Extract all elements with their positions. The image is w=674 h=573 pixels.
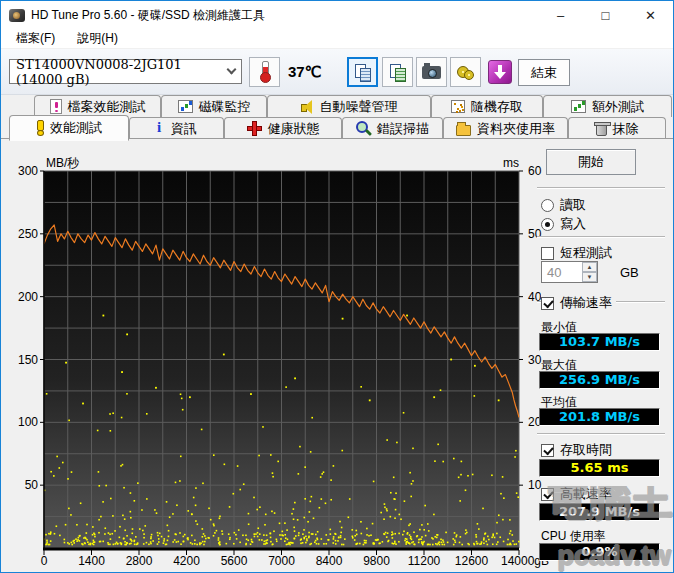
copy-image-button[interactable] bbox=[382, 57, 413, 87]
svg-text:250: 250 bbox=[18, 227, 38, 241]
tab-folder-usage[interactable]: 資料夾使用率 bbox=[443, 117, 568, 139]
svg-text:300: 300 bbox=[18, 164, 38, 178]
svg-text:5600: 5600 bbox=[221, 554, 248, 568]
chevron-down-icon[interactable] bbox=[221, 60, 241, 83]
file-benchmark-icon bbox=[50, 99, 62, 114]
tab-info[interactable]: 資訊 bbox=[129, 117, 224, 139]
capacity-value: 40 bbox=[542, 262, 582, 282]
exit-button[interactable]: 結束 bbox=[518, 59, 570, 86]
copy-text-button[interactable] bbox=[347, 57, 378, 87]
burst-rate-checkbox[interactable]: 高載速率 bbox=[541, 485, 612, 503]
error-scan-icon bbox=[356, 121, 371, 136]
access-time-checkbox[interactable]: 存取時間 bbox=[541, 441, 612, 459]
health-icon bbox=[247, 121, 262, 136]
capacity-field: 40 ▲ ▼ GB bbox=[541, 261, 639, 283]
aam-icon bbox=[301, 100, 314, 113]
short-stroke-checkbox-box[interactable] bbox=[541, 247, 554, 260]
start-button-label: 開始 bbox=[578, 153, 604, 171]
tab-file-benchmark[interactable]: 檔案效能測試 bbox=[34, 95, 161, 117]
drive-select-value: ST14000VN0008-2JG101 (14000 gB) bbox=[10, 57, 221, 87]
tab-label: 資料夾使用率 bbox=[477, 120, 555, 138]
copy-image-icon bbox=[390, 64, 406, 81]
tab-label: 磁碟監控 bbox=[199, 98, 251, 116]
tab-label: 隨機存取 bbox=[471, 98, 523, 116]
short-stroke-label: 短程測試 bbox=[560, 244, 612, 262]
svg-text:9800: 9800 bbox=[363, 554, 390, 568]
burst-rate-label: 高載速率 bbox=[560, 485, 612, 503]
menu-bar: 檔案(F) 說明(H) bbox=[1, 29, 673, 49]
exit-button-label: 結束 bbox=[531, 64, 557, 82]
transfer-rate-checkbox[interactable]: 傳輸速率 bbox=[541, 294, 616, 312]
gears-icon bbox=[457, 64, 475, 80]
menu-help[interactable]: 說明(H) bbox=[70, 30, 125, 47]
info-icon bbox=[156, 121, 165, 137]
options-button[interactable] bbox=[450, 57, 481, 87]
close-button[interactable]: ✕ bbox=[628, 1, 673, 29]
tab-health[interactable]: 健康狀態 bbox=[224, 117, 342, 139]
svg-text:11200: 11200 bbox=[408, 554, 441, 568]
svg-text:ms: ms bbox=[503, 156, 519, 170]
tab-label: 自動噪聲管理 bbox=[320, 98, 398, 116]
avg-value-display: 201.8 MB/s bbox=[539, 408, 660, 426]
svg-text:50: 50 bbox=[25, 478, 39, 492]
capacity-input[interactable]: 40 ▲ ▼ bbox=[541, 261, 598, 283]
minimize-button[interactable]: – bbox=[538, 1, 583, 29]
maximize-button[interactable]: □ bbox=[583, 1, 628, 29]
transfer-rate-label: 傳輸速率 bbox=[560, 294, 612, 312]
disk-monitor-icon bbox=[178, 100, 193, 113]
read-radio-circle[interactable] bbox=[541, 199, 554, 212]
title-bar[interactable]: HD Tune Pro 5.60 - 硬碟/SSD 檢測維護工具 – □ ✕ bbox=[1, 1, 673, 29]
svg-text:200: 200 bbox=[18, 290, 38, 304]
svg-text:0: 0 bbox=[41, 554, 48, 568]
tab-label: 資訊 bbox=[171, 120, 197, 138]
separator bbox=[537, 187, 665, 189]
toolbar: ST14000VN0008-2JG101 (14000 gB) 37℃ 結束 bbox=[1, 49, 673, 95]
write-radio-label: 寫入 bbox=[560, 215, 586, 233]
short-stroke-checkbox[interactable]: 短程測試 bbox=[541, 244, 612, 262]
start-benchmark-button[interactable]: 開始 bbox=[546, 149, 636, 175]
access-time-display: 5.65 ms bbox=[539, 459, 660, 477]
save-results-button[interactable] bbox=[484, 57, 515, 87]
tab-label: 抹除 bbox=[613, 120, 639, 138]
capacity-stepper-up[interactable]: ▲ bbox=[582, 262, 597, 272]
erase-icon bbox=[596, 124, 607, 136]
min-value-display: 103.7 MB/s bbox=[539, 333, 660, 351]
tab-label: 額外測試 bbox=[592, 98, 644, 116]
separator bbox=[537, 236, 665, 238]
screenshot-button[interactable] bbox=[416, 57, 447, 87]
svg-text:2800: 2800 bbox=[126, 554, 153, 568]
read-radio[interactable]: 讀取 bbox=[541, 196, 586, 214]
tab-benchmark[interactable]: 效能測試 bbox=[9, 115, 129, 141]
menu-file[interactable]: 檔案(F) bbox=[9, 30, 62, 47]
write-radio[interactable]: 寫入 bbox=[541, 215, 586, 233]
read-radio-label: 讀取 bbox=[560, 196, 586, 214]
tab-extra-tests[interactable]: 額外測試 bbox=[543, 95, 672, 117]
burst-rate-checkbox-box[interactable] bbox=[541, 488, 554, 501]
tab-label: 檔案效能測試 bbox=[68, 98, 146, 116]
tab-label: 效能測試 bbox=[50, 119, 102, 137]
random-access-icon bbox=[451, 100, 465, 113]
svg-text:7000: 7000 bbox=[268, 554, 295, 568]
write-radio-circle[interactable] bbox=[541, 218, 554, 231]
benchmark-panel: 開始 讀取 寫入 短程測試 40 ▲ ▼ GB bbox=[535, 141, 674, 571]
svg-text:1400: 1400 bbox=[78, 554, 105, 568]
svg-text:12600: 12600 bbox=[455, 554, 489, 568]
tab-strip: 檔案效能測試磁碟監控自動噪聲管理隨機存取額外測試效能測試資訊健康狀態錯誤掃描資料… bbox=[1, 95, 674, 139]
tab-error-scan[interactable]: 錯誤掃描 bbox=[342, 117, 443, 139]
copy-icon bbox=[355, 64, 371, 81]
transfer-rate-checkbox-box[interactable] bbox=[541, 297, 554, 310]
tab-random-access[interactable]: 隨機存取 bbox=[431, 95, 543, 117]
temperature-button[interactable] bbox=[249, 57, 280, 87]
svg-text:4200: 4200 bbox=[173, 554, 200, 568]
tab-label: 健康狀態 bbox=[268, 120, 320, 138]
drive-select[interactable]: ST14000VN0008-2JG101 (14000 gB) bbox=[9, 59, 242, 84]
tab-erase[interactable]: 抹除 bbox=[568, 117, 666, 139]
svg-text:MB/秒: MB/秒 bbox=[46, 156, 79, 170]
capacity-stepper-down[interactable]: ▼ bbox=[582, 272, 597, 282]
svg-text:150: 150 bbox=[18, 353, 38, 367]
temperature-value: 37℃ bbox=[288, 63, 322, 81]
tab-disk-monitor[interactable]: 磁碟監控 bbox=[161, 95, 267, 117]
tab-aam[interactable]: 自動噪聲管理 bbox=[267, 95, 431, 117]
access-time-checkbox-box[interactable] bbox=[541, 444, 554, 457]
access-time-label: 存取時間 bbox=[560, 441, 612, 459]
